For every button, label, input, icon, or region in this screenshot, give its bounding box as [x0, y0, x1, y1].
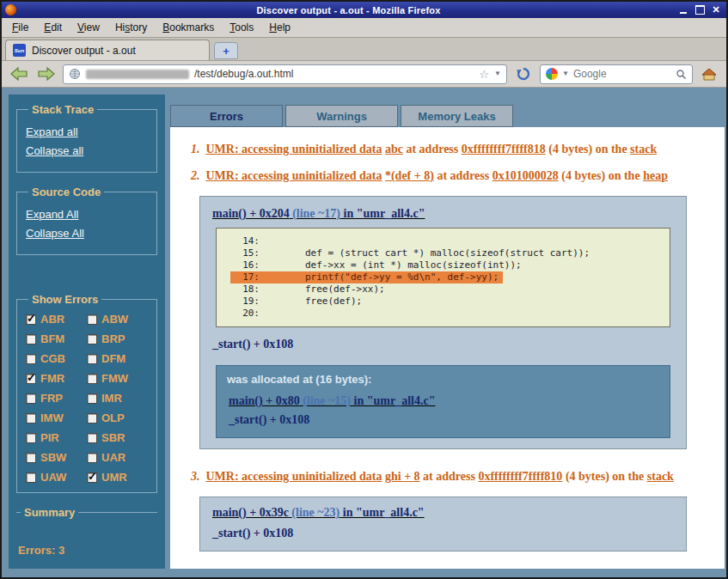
checkbox-box[interactable]: [87, 314, 97, 325]
forward-button[interactable]: [35, 64, 58, 84]
checkbox-pir[interactable]: PIR: [26, 431, 87, 444]
checkbox-abw[interactable]: ABW: [87, 313, 148, 326]
checkbox-box[interactable]: [26, 334, 36, 344]
checkbox-box[interactable]: [26, 433, 36, 443]
stack-frame-link[interactable]: main() + 0x80 (line ~15) in "umr_all4.c": [229, 394, 435, 407]
checkbox-box[interactable]: [87, 374, 97, 384]
source-collapse-all-link[interactable]: Collapse All: [26, 227, 148, 240]
frame-file: in "umr_all4.c": [351, 394, 435, 407]
error-summary-link[interactable]: UMR: accessing uninitialized data: [206, 169, 382, 182]
checkbox-sbr[interactable]: SBR: [87, 431, 148, 444]
menu-help[interactable]: Help: [262, 19, 297, 36]
checkbox-box[interactable]: [87, 334, 97, 344]
checkbox-label: FMW: [101, 372, 128, 385]
tab-warnings[interactable]: Warnings: [285, 105, 398, 127]
show-errors-legend: Show Errors: [28, 293, 101, 306]
source-code-legend: Source Code: [28, 186, 104, 198]
checkbox-box[interactable]: [26, 354, 36, 364]
stack-collapse-all-link[interactable]: Collapse all: [26, 144, 148, 157]
source-code-block: 14: 15: def = (struct cart *) malloc(siz…: [216, 228, 670, 327]
checkbox-sbw[interactable]: SBW: [26, 451, 87, 464]
error-address-link[interactable]: 0xffffffff7ffff818: [462, 143, 546, 155]
checkbox-olp[interactable]: OLP: [87, 411, 148, 424]
stack-frame-link[interactable]: main() + 0x39c (line ~23) in "umr_all4.c…: [212, 506, 425, 519]
main-area: Errors Warnings Memory Leaks 1.UMR: acce…: [170, 94, 725, 569]
maximize-button-icon[interactable]: [693, 3, 707, 16]
checkbox-label: PIR: [40, 431, 59, 444]
error-location-link[interactable]: heap: [643, 169, 668, 182]
checkbox-box[interactable]: [87, 472, 97, 483]
checkbox-uar[interactable]: UAR: [87, 451, 148, 464]
browser-tab[interactable]: Sun Discover output - a.out: [5, 40, 210, 60]
checkbox-brp[interactable]: BRP: [87, 332, 148, 345]
start-frame: _start() + 0x108: [212, 338, 676, 351]
checkbox-box[interactable]: [26, 413, 36, 424]
home-icon: [701, 68, 717, 81]
stack-frame-link[interactable]: main() + 0x204 (line ~17) in "umr_all4.c…: [212, 207, 425, 220]
titlebar: Discover output - a.out - Mozilla Firefo…: [2, 2, 726, 18]
checkbox-frp[interactable]: FRP: [26, 392, 87, 405]
checkbox-label: BFM: [40, 332, 64, 345]
tab-errors[interactable]: Errors: [170, 105, 283, 127]
reload-icon: [516, 66, 531, 82]
tab-memory-leaks[interactable]: Memory Leaks: [401, 105, 513, 127]
checkbox-cgb[interactable]: CGB: [26, 352, 87, 365]
checkbox-box[interactable]: [87, 453, 97, 463]
stack-frame: main() + 0x80 (line ~15) in "umr_all4.c": [229, 394, 659, 408]
home-button[interactable]: [698, 64, 720, 84]
stack-expand-all-link[interactable]: Expand all: [26, 125, 148, 138]
url-input[interactable]: /test/debug/a.out.html: [194, 68, 474, 80]
magnifier-icon[interactable]: [676, 69, 687, 80]
menu-tools[interactable]: Tools: [223, 19, 260, 36]
search-engine-dropdown-icon[interactable]: ▼: [562, 70, 569, 77]
checkbox-box[interactable]: [87, 413, 97, 424]
error-summary-link[interactable]: UMR: accessing uninitialized data: [206, 470, 382, 483]
error-address-link[interactable]: 0x101000028: [492, 169, 559, 182]
checkbox-bfm[interactable]: BFM: [26, 332, 87, 345]
error-address-link[interactable]: 0xffffffff7ffff810: [478, 470, 562, 483]
checkbox-box[interactable]: [26, 374, 36, 384]
minimize-button-icon[interactable]: [676, 3, 690, 16]
url-dropdown-icon[interactable]: ▼: [494, 70, 501, 77]
back-button[interactable]: [8, 64, 30, 84]
menu-file[interactable]: File: [5, 19, 35, 36]
checkbox-box[interactable]: [87, 354, 97, 364]
checkbox-fmr[interactable]: FMR: [26, 372, 87, 385]
error-summary-link[interactable]: UMR: accessing uninitialized data: [206, 143, 382, 155]
error-var-link[interactable]: *(def + 8): [385, 169, 434, 182]
checkbox-label: SBR: [101, 431, 125, 444]
close-button-icon[interactable]: ✕: [709, 3, 723, 16]
stack-frame: main() + 0x204 (line ~17) in "umr_all4.c…: [212, 207, 676, 221]
reload-button[interactable]: [512, 64, 535, 84]
error-location-link[interactable]: stack: [630, 143, 657, 155]
error-var-link[interactable]: abc: [385, 143, 403, 155]
error-location-link[interactable]: stack: [647, 470, 674, 483]
menu-history[interactable]: History: [108, 19, 154, 36]
checkbox-fmw[interactable]: FMW: [87, 372, 148, 385]
menu-bookmarks[interactable]: Bookmarks: [156, 19, 221, 36]
checkbox-imr[interactable]: IMR: [87, 392, 148, 405]
checkbox-box[interactable]: [87, 433, 97, 443]
error-text: (4 bytes) on the: [548, 143, 630, 155]
checkbox-box[interactable]: [26, 393, 36, 404]
checkbox-box[interactable]: [26, 472, 36, 483]
bookmark-star-icon[interactable]: ☆: [479, 69, 489, 80]
checkbox-box[interactable]: [26, 453, 36, 463]
checkbox-box[interactable]: [87, 393, 97, 404]
search-input[interactable]: Google: [573, 68, 671, 80]
source-expand-all-link[interactable]: Expand All: [26, 208, 148, 221]
summary-group: Summary Errors: 3 Warnings: 0 Leaked: 0 …: [16, 506, 157, 579]
search-box[interactable]: ▼ Google: [540, 64, 693, 84]
checkbox-box[interactable]: [26, 314, 36, 325]
menu-edit[interactable]: Edit: [37, 19, 69, 36]
checkbox-umr[interactable]: UMR: [87, 471, 148, 484]
new-tab-button[interactable]: +: [214, 42, 238, 59]
checkbox-abr[interactable]: ABR: [26, 313, 87, 326]
error-var-link[interactable]: ghi + 8: [385, 470, 420, 483]
frame-function: main() + 0x39c: [212, 506, 289, 519]
url-bar[interactable]: /test/debug/a.out.html ☆ ▼: [63, 64, 507, 84]
checkbox-uaw[interactable]: UAW: [26, 471, 87, 484]
menu-view[interactable]: View: [70, 19, 107, 36]
checkbox-dfm[interactable]: DFM: [87, 352, 148, 365]
checkbox-imw[interactable]: IMW: [26, 411, 87, 424]
